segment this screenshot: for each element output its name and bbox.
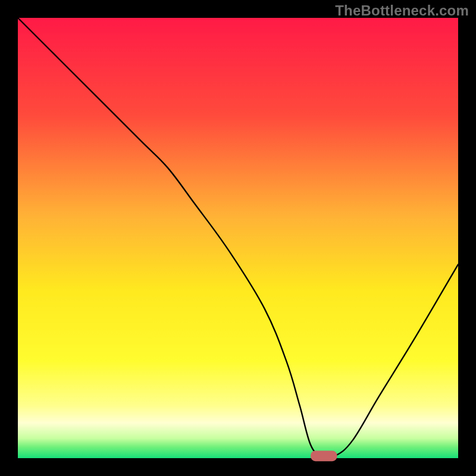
optimal-marker [311,450,337,461]
bottleneck-chart [0,0,476,476]
watermark-text: TheBottleneck.com [335,2,469,19]
chart-container: TheBottleneck.com [0,0,476,476]
